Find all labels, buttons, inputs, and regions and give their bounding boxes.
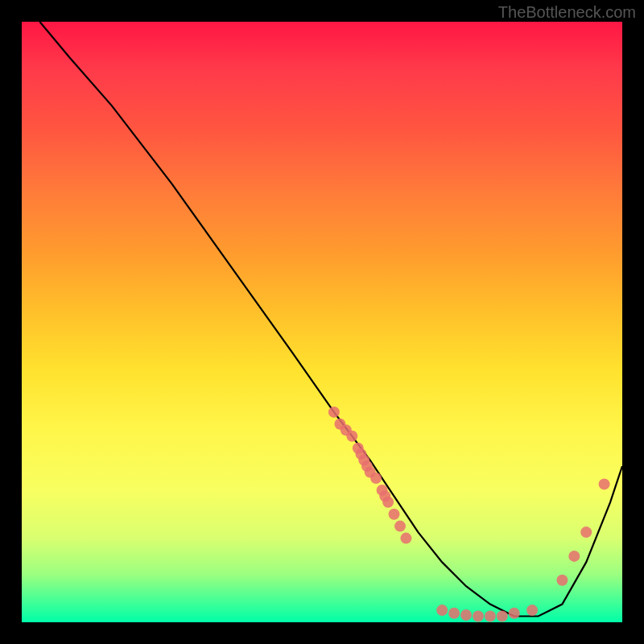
data-point [473,611,484,622]
data-point [526,605,538,616]
watermark-text: TheBottleneck.com [498,3,636,22]
chart-curve [39,22,622,617]
data-point [599,478,610,489]
data-point [382,497,394,508]
data-point [389,509,400,520]
data-point [370,473,382,484]
data-point [509,608,520,619]
chart-svg [22,22,622,622]
chart-plot-area [22,22,622,622]
data-point [448,608,460,619]
data-point [497,611,508,622]
data-point [436,605,448,616]
data-point [400,533,411,544]
data-point [346,431,357,442]
data-point [460,609,472,621]
data-point [556,575,568,586]
data-point [328,407,340,418]
data-point [394,521,406,532]
data-point [568,551,580,562]
curve-line [39,22,622,617]
data-point [485,611,496,622]
data-point [580,526,592,538]
